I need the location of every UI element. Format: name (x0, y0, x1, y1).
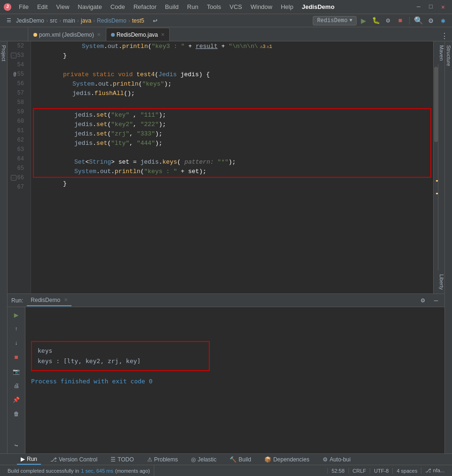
tab-close-pom[interactable]: ✕ (97, 32, 101, 37)
maven-panel-label[interactable]: Maven (438, 41, 445, 64)
code-line-62: jedis.set("lty", "444"); (37, 138, 428, 148)
tab-redisdemo[interactable]: RedisDemo.java ✕ (106, 28, 170, 41)
code-line-56: System.out.println("keys"); (31, 79, 433, 88)
menu-file[interactable]: File (15, 2, 32, 11)
todo-tab-icon: ☰ (111, 456, 116, 463)
status-position[interactable]: 52:58 (327, 468, 349, 474)
run-trash-button[interactable]: 🗑 (10, 408, 23, 420)
menu-vcs[interactable]: VCS (226, 2, 246, 11)
project-sidebar[interactable]: Project (0, 41, 8, 453)
close-button[interactable]: ✕ (438, 2, 448, 12)
menu-view[interactable]: View (52, 2, 73, 11)
menu-help[interactable]: Help (277, 2, 297, 11)
breadcrumb-main[interactable]: main (63, 17, 75, 24)
run-stop-rerun-button[interactable]: ↑ (10, 323, 23, 335)
menu-tools[interactable]: Tools (203, 2, 225, 11)
status-git[interactable]: ⎇ nfa... (421, 468, 448, 474)
run-print-button[interactable]: 🖨 (10, 380, 23, 392)
tab-close-redis[interactable]: ✕ (161, 32, 165, 37)
menu-build[interactable]: Build (161, 2, 182, 11)
menu-window[interactable]: Window (247, 2, 276, 11)
code-line-61: jedis.set("zrj", "333"); (37, 129, 428, 138)
status-build-message[interactable]: Build completed successfully in 1 sec, 6… (4, 465, 154, 476)
minimize-button[interactable]: — (413, 2, 424, 12)
run-tab-close[interactable]: ✕ (64, 297, 68, 302)
bottom-tab-problems[interactable]: ⚠ Problems (143, 454, 182, 465)
code-line-53: } (31, 51, 433, 60)
code-line-57: jedis.flushAll(); (31, 88, 433, 98)
run-panel-label: Run: (11, 297, 23, 304)
line-num-66: − 66 (8, 173, 27, 182)
app-icon: J (4, 3, 11, 11)
search-everywhere-button[interactable]: 🔍 (413, 16, 424, 26)
git-nav-button[interactable]: ↩ (150, 16, 160, 26)
status-line-sep[interactable]: CRLF (349, 468, 370, 474)
run-toolbar: ▶ ↑ ↓ ■ 📷 🖨 📌 🗑 ↪ (8, 307, 25, 453)
run-tab-icon: ▶ (21, 456, 25, 462)
settings-button[interactable]: ⚙ (426, 16, 436, 26)
run-config-selector[interactable]: RedisDemo ▼ (313, 16, 357, 25)
dep-tab-icon: 📦 (264, 456, 271, 463)
code-line-55: private static void test4(Jedis jedis) { (31, 70, 433, 79)
run-button[interactable]: ▶ (358, 16, 369, 26)
line-numbers: 52 − 53 54 @ 55 56 57 58 59 60 61 (8, 41, 31, 294)
structure-sidebar[interactable]: Structure (446, 45, 452, 66)
project-label: Project (1, 45, 7, 61)
run-config-dropdown-icon: ▼ (349, 18, 352, 23)
tab-overflow-button[interactable]: ⋮ (437, 32, 452, 41)
bottom-tab-dependencies[interactable]: 📦 Dependencies (261, 454, 313, 465)
run-pin-button[interactable]: 📌 (10, 394, 23, 406)
run-minimize-button[interactable]: — (431, 296, 441, 305)
menu-edit[interactable]: Edit (33, 2, 51, 11)
run-with-coverage-button[interactable]: ⚙ (383, 16, 393, 26)
scroll-thumb[interactable] (434, 67, 438, 143)
liberty-panel-label[interactable]: Liberty (438, 270, 445, 294)
breadcrumb-java[interactable]: java (81, 17, 91, 24)
bottom-tab-build[interactable]: 🔨 Build (226, 454, 255, 465)
build-ago: (moments ago) (115, 468, 150, 474)
debug-button[interactable]: 🐛 (371, 16, 381, 26)
run-camera-button[interactable]: 📷 (10, 365, 23, 378)
code-editor[interactable]: 52 − 53 54 @ 55 56 57 58 59 60 61 (8, 41, 444, 294)
bottom-tab-version-control[interactable]: ⎇ Version Control (47, 454, 101, 465)
line-num-59: 59 (8, 107, 27, 117)
line-num-54: 54 (8, 60, 27, 70)
breadcrumb-src[interactable]: src (50, 17, 57, 24)
run-settings-button[interactable]: ⚙ (418, 296, 428, 305)
bottom-tab-jelastic[interactable]: ◎ Jelastic (187, 454, 220, 465)
run-output[interactable]: keys keys : [lty, key2, zrj, key] Proces… (25, 307, 444, 453)
line-num-55: @ 55 (8, 70, 27, 79)
breadcrumb-class[interactable]: RedisDemo (97, 17, 127, 24)
sidebar-toggle-button[interactable]: ☰ (4, 16, 14, 26)
editor-scrollbar[interactable] (433, 41, 438, 294)
status-encoding[interactable]: UTF-8 (370, 468, 392, 474)
bottom-tab-jelastic-label: Jelastic (198, 456, 216, 463)
run-tab-redisdemo[interactable]: RedisDemo ✕ (27, 295, 71, 306)
breadcrumb-project[interactable]: JedisDemo (16, 17, 44, 24)
line-num-60: 60 (8, 117, 27, 126)
run-play-button[interactable]: ▶ (10, 309, 23, 321)
run-settings2-button[interactable]: ↪ (10, 439, 23, 452)
menu-navigate[interactable]: Navigate (74, 2, 105, 11)
run-scroll-down-button[interactable]: ↓ (10, 337, 23, 349)
status-indent[interactable]: 4 spaces (392, 468, 421, 474)
breadcrumb-method[interactable]: test5 (132, 17, 144, 24)
bottom-tab-todo[interactable]: ☰ TODO (107, 454, 137, 465)
run-stop-button[interactable]: ■ (10, 351, 23, 364)
code-content[interactable]: System.out.println("key3 : " + result + … (31, 41, 433, 294)
bottom-tab-run-label: Run (27, 456, 37, 462)
line-num-52: 52 (8, 41, 27, 51)
bottom-tab-run[interactable]: ▶ Run (17, 454, 41, 465)
fold-icon-66[interactable]: − (11, 175, 16, 181)
bottom-tab-autobuild[interactable]: ⚙ Auto-bui (319, 454, 355, 465)
tab-pom-xml[interactable]: pom.xml (JedisDemo) ✕ (28, 28, 106, 41)
help-button[interactable]: ✱ (438, 16, 448, 26)
menu-refactor[interactable]: Refactor (130, 2, 160, 11)
menu-code[interactable]: Code (107, 2, 129, 11)
fold-icon-53[interactable]: − (11, 53, 16, 58)
maximize-button[interactable]: □ (426, 2, 436, 12)
menu-run[interactable]: Run (183, 2, 202, 11)
stop-button[interactable]: ■ (395, 16, 405, 26)
title-bar: J File Edit View Navigate Code Refactor … (0, 0, 452, 14)
line-num-65: 65 (8, 164, 27, 173)
